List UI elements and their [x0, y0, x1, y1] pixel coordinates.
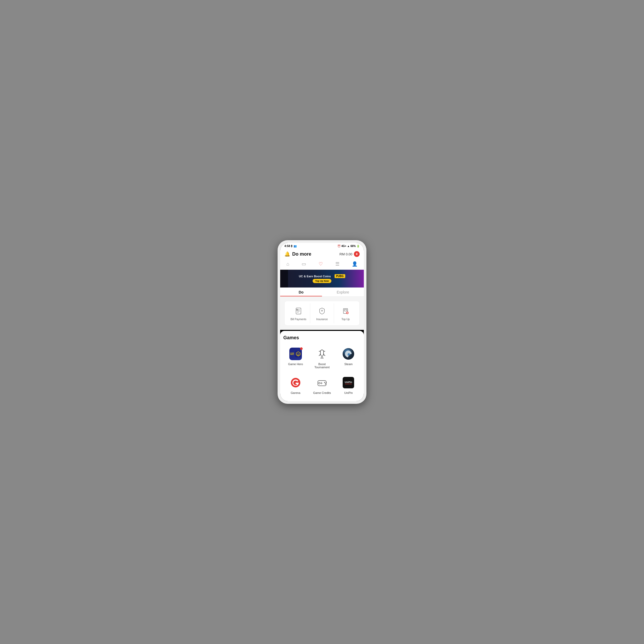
nav-home[interactable]: ⌂: [286, 261, 289, 267]
svg-point-25: [324, 382, 325, 383]
add-balance-button[interactable]: +: [354, 251, 360, 257]
card-icon: ▭: [302, 261, 306, 267]
svg-text:GAME: GAME: [297, 353, 300, 355]
svg-text:UniPin: UniPin: [345, 381, 352, 383]
phone-screen: 4:58 ₿ 👥 ⏰ 4G+ ▲ 66% 🔋 🔔 Do more RM 0.00…: [280, 243, 364, 401]
bill-payments-label: Bill Payments: [290, 318, 306, 321]
unipin-label: UniPin: [344, 391, 353, 394]
steam-label: Steam: [344, 363, 353, 366]
topup-icon: [342, 307, 349, 315]
page-title: Do more: [292, 251, 311, 257]
top-up-now-button[interactable]: Top Up Now: [313, 279, 331, 283]
boost-tournament-icon: [316, 348, 328, 360]
balance-display: RM 0.00: [340, 252, 352, 256]
top-up-label: Top Up: [341, 318, 350, 321]
tab-do[interactable]: Do: [280, 287, 322, 296]
garena-label: Garena: [291, 391, 300, 394]
game-hero-icon: GAME HERO: [289, 348, 302, 360]
game-item-boost-tournament[interactable]: Boost Tournament: [310, 345, 334, 371]
game-item-unipin[interactable]: UniPin UniPin: [336, 373, 361, 397]
garena-icon: [291, 378, 301, 388]
game-item-garena[interactable]: Garena: [283, 373, 308, 397]
battery-label: 66%: [350, 245, 356, 248]
list-icon: ☰: [335, 261, 340, 267]
boost-tournament-label: Boost Tournament: [311, 363, 333, 369]
service-insurance[interactable]: Insurance: [310, 303, 334, 323]
person-icon: 👤: [352, 261, 358, 267]
bell-icon[interactable]: 🔔: [284, 251, 290, 257]
service-bill-payments[interactable]: $ Bill Payments: [287, 303, 310, 323]
service-grid: $ Bill Payments Insurance: [284, 301, 360, 326]
signal-label: 4G+: [341, 245, 346, 248]
unipin-icon-wrap: UniPin: [343, 377, 354, 388]
home-icon: ⌂: [286, 261, 289, 267]
alarm-icon: ⏰: [337, 245, 341, 248]
tab-explore[interactable]: Explore: [322, 287, 364, 296]
steam-icon: [342, 348, 354, 360]
nav-card[interactable]: ▭: [302, 261, 306, 267]
banner-game-label: PUBG: [335, 274, 345, 278]
nav-favourites[interactable]: ♡: [319, 261, 323, 267]
status-bar: 4:58 ₿ 👥 ⏰ 4G+ ▲ 66% 🔋: [280, 243, 364, 249]
nav-bar: ⌂ ▭ ♡ ☰ 👤: [280, 259, 364, 270]
time-display: 4:58: [284, 244, 290, 248]
insurance-icon: [318, 307, 326, 315]
svg-point-24: [319, 382, 320, 384]
game-item-steam[interactable]: Steam: [336, 345, 361, 371]
signal-bars-icon: ▲: [347, 245, 350, 248]
battery-icon: 🔋: [357, 245, 360, 248]
game-credits-label: Game Credits: [313, 391, 331, 394]
service-top-up[interactable]: Top Up: [334, 303, 357, 323]
game-credits-icon: [316, 377, 328, 388]
teams-icon: 👥: [294, 245, 297, 248]
game-hero-label: Game Hero: [288, 363, 303, 366]
games-title: Games: [283, 335, 361, 341]
game-item-game-hero[interactable]: GAME HERO Game Hero: [283, 345, 308, 371]
tabs-bar: Do Explore: [280, 287, 364, 297]
nav-profile[interactable]: 👤: [352, 261, 358, 267]
app-header: 🔔 Do more RM 0.00 +: [280, 249, 364, 259]
svg-point-27: [325, 383, 326, 384]
bitcoin-icon: ₿: [291, 245, 292, 248]
svg-point-26: [326, 382, 327, 383]
games-grid: GAME HERO Game Hero: [283, 345, 361, 397]
promo-banner[interactable]: UC & Earn Boost Coins PUBG Top Up Now: [280, 270, 364, 287]
svg-text:HERO: HERO: [297, 355, 300, 356]
game-hero-badge: [300, 347, 303, 350]
game-item-game-credits[interactable]: Game Credits: [310, 373, 334, 397]
banner-text: UC & Earn Boost Coins: [299, 275, 331, 278]
games-section: Games GAME HERO: [280, 331, 364, 401]
insurance-label: Insurance: [316, 318, 328, 321]
heart-icon: ♡: [319, 261, 323, 267]
svg-rect-8: [344, 309, 347, 311]
nav-list[interactable]: ☰: [335, 261, 340, 267]
bill-icon: $: [295, 307, 302, 315]
phone-frame: 4:58 ₿ 👥 ⏰ 4G+ ▲ 66% 🔋 🔔 Do more RM 0.00…: [278, 240, 366, 404]
svg-point-21: [348, 353, 350, 355]
